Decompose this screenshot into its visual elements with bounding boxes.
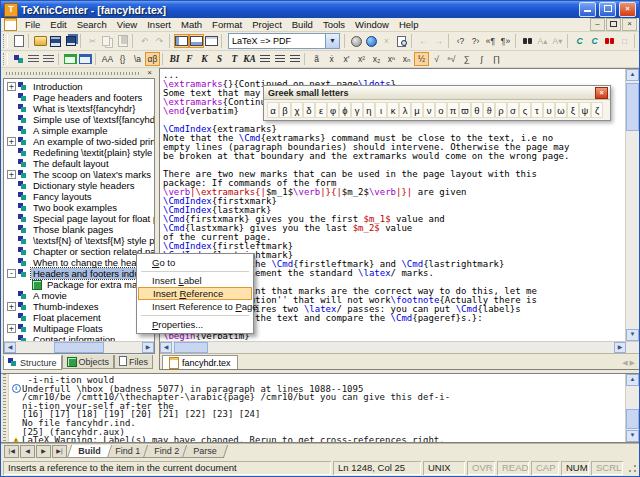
scroll-down-icon[interactable]: ▼ (626, 430, 639, 442)
first-result-icon[interactable]: |◀ (4, 445, 19, 458)
redo[interactable]: ↷ (152, 34, 167, 48)
greek-letter-η[interactable]: η (363, 102, 375, 118)
greek-letter-θ[interactable]: θ (471, 102, 483, 118)
insert-enumerate-icon[interactable] (26, 52, 41, 66)
math-power[interactable]: xⁿ (384, 52, 399, 66)
tree-item[interactable]: What is \textsf{fancyhdr} (4, 103, 154, 114)
tree-item[interactable]: -Headers and footers induced by the text (4, 268, 154, 279)
tab-scroll-icons[interactable]: ◀ ▶ (622, 359, 639, 369)
dock-gripper[interactable] (6, 72, 141, 75)
menu-build[interactable]: Build (287, 18, 318, 31)
tree-item[interactable]: +Thumb-indexes (4, 301, 154, 312)
greek-letter-ψ[interactable]: ψ (579, 102, 591, 118)
greek-letter-α[interactable]: α (267, 102, 279, 118)
goto-next-error[interactable]: → (431, 34, 446, 48)
goto-prev-error[interactable]: ← (416, 34, 431, 48)
output-vertical-scrollbar[interactable]: ▲ ▼ (625, 374, 639, 442)
last-result-icon[interactable]: ▶| (52, 445, 67, 458)
context-menu-item-go-to[interactable]: Go to (138, 256, 252, 269)
editor-tab-fancyhdr[interactable]: fancyhdr.tex (162, 355, 238, 369)
navigator-dock-header[interactable]: × (3, 69, 155, 78)
scroll-up-icon[interactable]: ▲ (626, 69, 639, 81)
italic[interactable]: K (197, 52, 212, 66)
expand-icon[interactable]: + (7, 324, 16, 333)
greek-letter-γ[interactable]: γ (351, 102, 363, 118)
navigator-close-icon[interactable]: × (144, 69, 155, 78)
prev-result-icon[interactable]: ◀ (20, 445, 35, 458)
insert-page-reference-button[interactable]: C (587, 34, 602, 48)
mdi-restore-button[interactable] (606, 18, 621, 31)
toggle-greek-toolbar[interactable]: αβ (145, 52, 160, 66)
greek-letter-ς[interactable]: ς (519, 102, 531, 118)
find-icon[interactable] (520, 34, 535, 48)
scroll-right-icon[interactable]: ▶ (614, 342, 626, 353)
typewriter[interactable]: T (227, 52, 242, 66)
tree-item[interactable]: +Introduction (4, 81, 154, 92)
scroll-left-icon[interactable]: ◀ (4, 342, 16, 353)
greek-letter-ϕ[interactable]: ϕ (339, 102, 351, 118)
align-center-icon[interactable] (272, 52, 287, 66)
greek-letter-υ[interactable]: υ (543, 102, 555, 118)
scroll-right-icon[interactable]: ▶ (142, 342, 154, 353)
tree-item[interactable]: When to change the headers and footers? (4, 257, 154, 268)
maximize-button[interactable] (599, 2, 616, 17)
math-dot[interactable]: ẋ (324, 52, 339, 66)
greek-letter-κ[interactable]: κ (387, 102, 399, 118)
toolbar-grip[interactable] (3, 53, 8, 66)
math-subscript[interactable]: x₂ (369, 52, 384, 66)
greek-letter-λ[interactable]: λ (399, 102, 411, 118)
greek-letter-β[interactable]: β (279, 102, 291, 118)
menu-insert[interactable]: Insert (142, 18, 176, 31)
insert-environment[interactable]: {} (115, 52, 130, 66)
slanted[interactable]: S (212, 52, 227, 66)
greek-letter-ζ[interactable]: ζ (591, 102, 603, 118)
tree-item[interactable]: Fancy layouts (4, 191, 154, 202)
undo[interactable]: ↶ (137, 34, 152, 48)
math-sum[interactable]: ∑ (459, 52, 474, 66)
math-product[interactable]: ∏ (489, 52, 504, 66)
paste-icon[interactable] (115, 34, 130, 48)
toggle-structure-view-icon[interactable] (11, 52, 26, 66)
build-output-icon[interactable] (349, 34, 364, 48)
greek-letter-ϑ[interactable]: ϑ (483, 102, 495, 118)
insert-reference-button[interactable]: C (572, 34, 587, 48)
find-prev[interactable]: A▴ (535, 34, 550, 48)
tree-item[interactable]: A simple example (4, 125, 154, 136)
resize-grip[interactable] (625, 461, 638, 474)
build-output-log[interactable]: -i-ni-tion wouldiUnderfull \hbox (badnes… (9, 374, 625, 442)
next-result-icon[interactable]: ▶ (36, 445, 51, 458)
insert-tabular-icon[interactable] (78, 52, 93, 66)
expand-icon[interactable]: + (7, 137, 16, 146)
math-accent[interactable]: ã (309, 52, 324, 66)
greek-letter-ν[interactable]: ν (423, 102, 435, 118)
menu-tools[interactable]: Tools (318, 18, 350, 31)
open-file-icon[interactable] (33, 34, 48, 48)
tab-files[interactable]: Files (114, 355, 153, 369)
menu-help[interactable]: Help (394, 18, 424, 31)
context-menu-item-insert-reference[interactable]: Insert Reference (138, 287, 252, 300)
structure-tree[interactable]: +IntroductionPage headers and footersWha… (3, 78, 155, 354)
math-prime[interactable]: x′ (339, 52, 354, 66)
close-button[interactable]: × (619, 2, 636, 17)
document-icon[interactable] (4, 18, 17, 31)
greek-letter-ρ[interactable]: ρ (495, 102, 507, 118)
greek-letter-ο[interactable]: ο (435, 102, 447, 118)
output-tab-parse[interactable]: Parse (181, 445, 227, 458)
find-next[interactable]: A▾ (550, 34, 565, 48)
stop-build[interactable]: × (379, 34, 394, 48)
align-left-icon[interactable] (257, 52, 272, 66)
math-sqrt[interactable]: √ (429, 52, 444, 66)
tree-item[interactable]: A movie (4, 290, 154, 301)
mdi-close-button[interactable]: × (622, 18, 637, 31)
tree-item[interactable]: The default layout (4, 158, 154, 169)
menu-view[interactable]: View (112, 18, 142, 31)
menu-window[interactable]: Window (350, 18, 394, 31)
tree-item[interactable]: Contact information (4, 334, 154, 341)
tab-objects[interactable]: Objects (62, 355, 115, 369)
greek-letter-σ[interactable]: σ (507, 102, 519, 118)
context-menu-item-properties[interactable]: Properties... (138, 318, 252, 331)
new-document-icon[interactable] (11, 34, 26, 48)
menu-file[interactable]: File (20, 18, 45, 31)
greek-letter-χ[interactable]: χ (291, 102, 303, 118)
tree-item[interactable]: +An example of two-sided printing (4, 136, 154, 147)
